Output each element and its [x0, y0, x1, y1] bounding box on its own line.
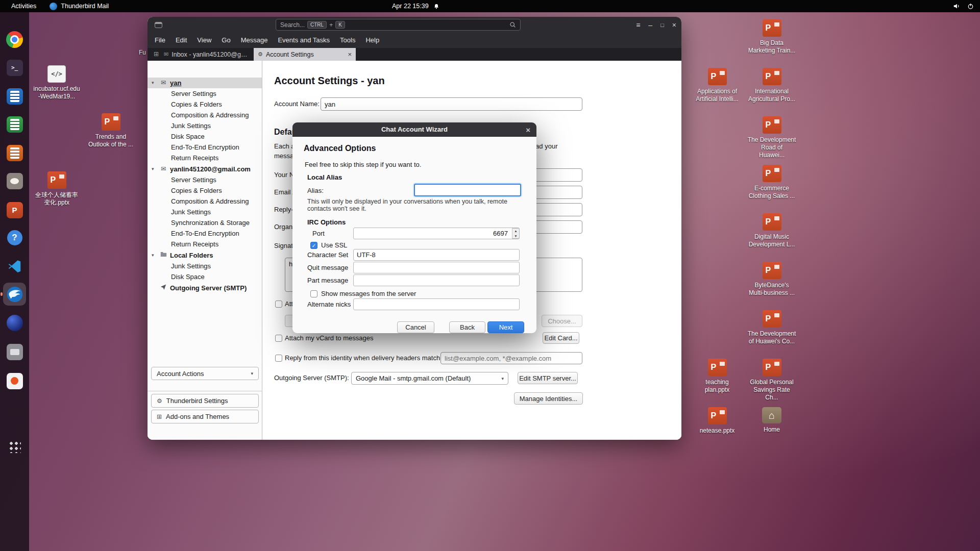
- desktop-icon[interactable]: ⌂Home: [747, 407, 796, 434]
- window-layout-icon[interactable]: [155, 22, 162, 28]
- app-menu-icon[interactable]: ≡: [636, 21, 640, 29]
- dock-help[interactable]: ?: [3, 226, 26, 249]
- dock-chrome[interactable]: [3, 28, 26, 51]
- thunderbird-settings-button[interactable]: ⚙ Thunderbird Settings: [151, 394, 259, 408]
- part-message-input[interactable]: [353, 274, 520, 286]
- desktop-icon[interactable]: PThe Development Road of Huawei...: [747, 116, 796, 159]
- activities-button[interactable]: Activities: [11, 3, 36, 10]
- desktop-icon[interactable]: PInternational Agricultural Pro...: [747, 68, 796, 103]
- desktop-icon[interactable]: P 全球个人储蓄率变化.pptx: [32, 171, 81, 207]
- dock-ubuntu-software[interactable]: [3, 369, 26, 392]
- use-ssl-checkbox[interactable]: ✓: [310, 242, 317, 249]
- sidebar-item[interactable]: Junk Settings: [148, 261, 262, 271]
- charset-input[interactable]: [353, 249, 520, 261]
- alias-input[interactable]: [414, 184, 521, 196]
- clock-menu[interactable]: Apr 22 15:39: [392, 0, 439, 12]
- edit-card-button[interactable]: Edit Card...: [543, 332, 579, 344]
- sidebar-account-yan[interactable]: ▾ ✉ yan: [148, 78, 262, 88]
- account-actions-button[interactable]: Account Actions ▾: [151, 367, 259, 380]
- spaces-toolbar-icon[interactable]: ⊞: [154, 51, 159, 58]
- minimize-button[interactable]: –: [648, 21, 652, 29]
- sidebar-local-folders[interactable]: ▾ Local Folders: [148, 250, 262, 261]
- next-button[interactable]: Next: [487, 321, 524, 333]
- menu-help[interactable]: Help: [360, 33, 384, 48]
- system-status-area[interactable]: [953, 0, 974, 12]
- sidebar-account-gmail[interactable]: ▾ ✉ yanlin451200@gmail.com: [148, 164, 262, 174]
- smtp-server-select[interactable]: Google Mail - smtp.gmail.com (Default) ▾: [351, 372, 508, 385]
- dock-files[interactable]: [3, 340, 26, 363]
- focused-app-menu[interactable]: Thunderbird Mail: [50, 3, 109, 10]
- cancel-button[interactable]: Cancel: [397, 321, 434, 333]
- dialog-close-icon[interactable]: ×: [526, 122, 530, 137]
- menu-edit[interactable]: Edit: [170, 33, 192, 48]
- menu-message[interactable]: Message: [236, 33, 273, 48]
- chevron-down-icon[interactable]: ▾: [152, 164, 157, 174]
- addons-themes-button[interactable]: ⊞ Add-ons and Themes: [151, 410, 259, 423]
- close-button[interactable]: ×: [672, 21, 676, 29]
- dock-gimp[interactable]: [3, 169, 26, 192]
- port-spinner[interactable]: ▲▼: [512, 228, 520, 239]
- sidebar-item[interactable]: Return Receipts: [148, 153, 262, 163]
- back-button[interactable]: Back: [449, 321, 485, 333]
- sidebar-item[interactable]: Junk Settings: [148, 120, 262, 131]
- alternate-nicks-input[interactable]: [353, 298, 520, 310]
- port-input[interactable]: [353, 228, 520, 239]
- desktop-icon[interactable]: PByteDance's Multi-business ...: [747, 262, 796, 297]
- quit-message-input[interactable]: [353, 262, 520, 273]
- sidebar-item[interactable]: Server Settings: [148, 174, 262, 185]
- menu-events-tasks[interactable]: Events and Tasks: [273, 33, 335, 48]
- dock-app-grid[interactable]: [3, 435, 26, 458]
- desktop-icon[interactable]: Pnetease.pptx: [693, 407, 742, 435]
- desktop-icon[interactable]: PE-commerce Clothing Sales ...: [747, 165, 796, 200]
- sidebar-item[interactable]: Composition & Addressing: [148, 196, 262, 207]
- tab-inbox[interactable]: ✉ Inbox - yanlin451200@gmail.com: [160, 48, 254, 61]
- desktop-icon[interactable]: PApplications of Artificial Intelli...: [693, 68, 742, 103]
- maximize-button[interactable]: □: [660, 22, 664, 28]
- menu-go[interactable]: Go: [216, 33, 235, 48]
- manage-identities-button[interactable]: Manage Identities...: [514, 392, 583, 405]
- sidebar-item[interactable]: Disk Space: [148, 131, 262, 142]
- vcard-checkbox[interactable]: [275, 335, 282, 342]
- dock-libreoffice-writer[interactable]: [3, 85, 26, 108]
- desktop-icon[interactable]: PBig Data Marketing Train...: [747, 19, 796, 55]
- sidebar-item[interactable]: End-To-End Encryption: [148, 228, 262, 239]
- dock-libreoffice-impress[interactable]: [3, 141, 26, 164]
- sidebar-outgoing-smtp[interactable]: Outgoing Server (SMTP): [148, 283, 262, 293]
- reply-match-input[interactable]: [440, 352, 582, 364]
- chevron-down-icon[interactable]: ▾: [152, 250, 157, 261]
- sidebar-item[interactable]: Junk Settings: [148, 207, 262, 217]
- reply-match-checkbox[interactable]: [275, 355, 282, 362]
- desktop-icon[interactable]: P Trends and Outlook of the ...: [86, 113, 135, 148]
- desktop-icon[interactable]: PDigital Music Development L...: [747, 213, 796, 248]
- menu-file[interactable]: File: [150, 33, 170, 48]
- sidebar-item[interactable]: Copies & Folders: [148, 185, 262, 196]
- menu-tools[interactable]: Tools: [335, 33, 360, 48]
- menu-view[interactable]: View: [192, 33, 216, 48]
- dock-thunderbird[interactable]: [3, 283, 26, 306]
- dock-libreoffice-calc[interactable]: [3, 113, 26, 136]
- dock-firefox[interactable]: [3, 311, 26, 334]
- edit-smtp-server-button[interactable]: Edit SMTP server...: [518, 372, 578, 384]
- desktop-icon[interactable]: PGlobal Personal Savings Rate Ch...: [747, 359, 796, 402]
- spin-down-icon[interactable]: ▼: [512, 234, 519, 239]
- chevron-down-icon[interactable]: ▾: [152, 78, 157, 88]
- sidebar-item[interactable]: Server Settings: [148, 88, 262, 99]
- dock-presentation-app[interactable]: P: [3, 198, 26, 221]
- global-search-input[interactable]: Search... CTRL + K: [276, 19, 521, 31]
- desktop-icon[interactable]: PThe Development of Huawei's Co...: [747, 310, 796, 345]
- sidebar-item[interactable]: Composition & Addressing: [148, 110, 262, 120]
- dock-terminal[interactable]: >_: [3, 56, 26, 79]
- sidebar-item[interactable]: Disk Space: [148, 271, 262, 282]
- account-name-input[interactable]: [321, 97, 582, 111]
- dock-vscode[interactable]: [3, 255, 26, 278]
- desktop-icon[interactable]: </> incubator.ucf.edu-WedMar19...: [32, 65, 81, 101]
- sidebar-item[interactable]: End-To-End Encryption: [148, 142, 262, 153]
- desktop-icon[interactable]: Pteaching plan.pptx: [693, 359, 742, 394]
- sidebar-item[interactable]: Copies & Folders: [148, 99, 262, 110]
- show-messages-checkbox[interactable]: [310, 290, 317, 297]
- sidebar-item[interactable]: Return Receipts: [148, 239, 262, 249]
- tab-account-settings[interactable]: ⚙ Account Settings ×: [254, 48, 356, 61]
- attach-signature-checkbox[interactable]: [275, 300, 282, 308]
- sidebar-item[interactable]: Synchronization & Storage: [148, 217, 262, 228]
- tab-close-icon[interactable]: ×: [348, 51, 352, 58]
